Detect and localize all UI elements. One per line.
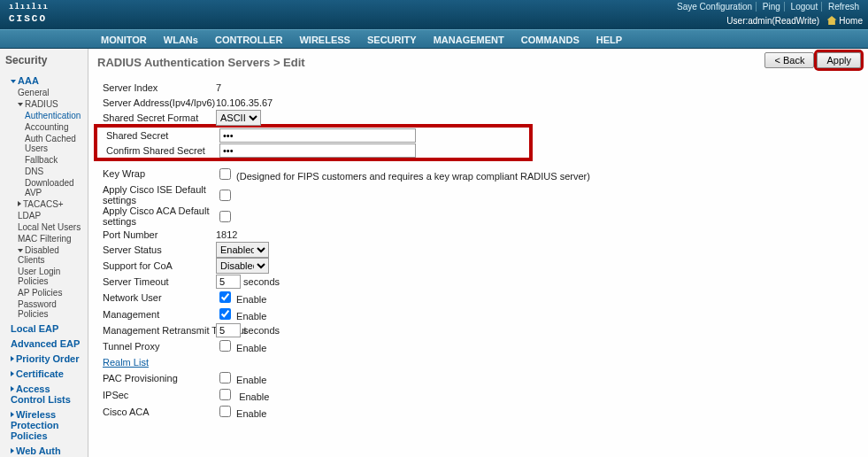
- ipsec-label: IPSec: [97, 390, 216, 400]
- nav-tacacs[interactable]: TACACS+: [2, 198, 86, 210]
- key-wrap-label: Key Wrap: [97, 168, 216, 179]
- coa-label: Support for CoA: [97, 260, 216, 271]
- realm-list-link[interactable]: Realm List: [103, 357, 149, 368]
- shared-secret-highlight: Shared Secret Confirm Shared Secret: [94, 124, 533, 161]
- nav-acl[interactable]: Access Control Lists: [2, 380, 86, 406]
- menu-bar: MONITOR WLANs CONTROLLER WIRELESS SECURI…: [0, 29, 868, 49]
- nav-mac-filtering[interactable]: MAC Filtering: [2, 233, 86, 244]
- management-checkbox[interactable]: [219, 308, 231, 320]
- tunnel-proxy-checkbox[interactable]: [219, 340, 231, 352]
- pac-label: PAC Provisioning: [97, 373, 216, 383]
- confirm-shared-secret-label: Confirm Shared Secret: [101, 145, 219, 156]
- menu-commands[interactable]: COMMANDS: [514, 30, 587, 45]
- management-label: Management: [97, 309, 216, 320]
- nav-local-net-users[interactable]: Local Net Users: [2, 221, 86, 233]
- shared-secret-label: Shared Secret: [101, 130, 219, 141]
- apply-button[interactable]: Apply: [817, 52, 861, 68]
- menu-wlans[interactable]: WLANs: [157, 30, 205, 45]
- pac-enable: Enable: [236, 375, 266, 385]
- server-timeout-unit: seconds: [243, 276, 280, 287]
- nav-aaa[interactable]: AAA: [2, 72, 86, 87]
- logout-link[interactable]: Logout: [787, 2, 823, 12]
- nav-local-eap[interactable]: Local EAP: [2, 320, 86, 335]
- nav-fallback[interactable]: Fallback: [2, 154, 86, 166]
- apply-ise-label: Apply Cisco ISE Default settings: [97, 184, 216, 205]
- apply-aca-label: Apply Cisco ACA Default settings: [97, 205, 216, 227]
- sidebar-title: Security: [2, 52, 86, 72]
- nav-advanced-eap[interactable]: Advanced EAP: [2, 335, 86, 350]
- page-title: RADIUS Authentication Servers > Edit: [97, 52, 859, 80]
- nav-web-auth[interactable]: Web Auth: [2, 442, 86, 457]
- key-wrap-checkbox[interactable]: [219, 168, 231, 180]
- nav-dns[interactable]: DNS: [2, 166, 86, 177]
- tunnel-proxy-enable: Enable: [236, 343, 266, 353]
- server-index-label: Server Index: [97, 82, 216, 93]
- save-config-link[interactable]: Saye Configuration: [673, 2, 757, 12]
- menu-management[interactable]: MANAGEMENT: [426, 30, 511, 45]
- nav-authentication[interactable]: Authentication: [2, 110, 86, 121]
- nav-ap-policies[interactable]: AP Policies: [2, 287, 86, 298]
- shared-secret-format-label: Shared Secret Format: [97, 112, 216, 123]
- menu-monitor[interactable]: MONITOR: [94, 30, 154, 45]
- cisco-logo: ılıılıı CISCO: [0, 0, 58, 25]
- top-links: Saye Configuration Ping Logout Refresh: [673, 2, 863, 12]
- nav-ldap[interactable]: LDAP: [2, 210, 86, 221]
- server-timeout-input[interactable]: [216, 275, 241, 289]
- nav-disabled-clients[interactable]: Disabled Clients: [2, 244, 86, 266]
- menu-help[interactable]: HELP: [589, 30, 629, 45]
- top-bar: ılıılıı CISCO Saye Configuration Ping Lo…: [0, 0, 868, 29]
- menu-controller[interactable]: CONTROLLER: [208, 30, 289, 45]
- nav-wpp[interactable]: Wireless Protection Policies: [2, 406, 86, 442]
- network-user-enable: Enable: [236, 294, 266, 305]
- nav-priority-order[interactable]: Priority Order: [2, 350, 86, 365]
- cisco-aca-checkbox[interactable]: [219, 406, 231, 417]
- apply-ise-checkbox[interactable]: [219, 190, 231, 201]
- nav-downloaded-avp[interactable]: Downloaded AVP: [2, 177, 86, 198]
- apply-aca-checkbox[interactable]: [219, 211, 231, 222]
- shared-secret-input[interactable]: [219, 128, 416, 143]
- shared-secret-format-select[interactable]: ASCII: [216, 110, 261, 126]
- home-link[interactable]: Home: [839, 16, 863, 26]
- back-button[interactable]: < Back: [764, 52, 814, 68]
- refresh-link[interactable]: Refresh: [825, 2, 863, 12]
- user-label: User:admin(ReadWrite): [726, 16, 819, 26]
- ipsec-checkbox[interactable]: [219, 389, 231, 400]
- nav-password-policies[interactable]: Password Policies: [2, 298, 86, 320]
- network-user-label: Network User: [97, 292, 216, 303]
- key-wrap-note: (Designed for FIPS customers and require…: [236, 171, 590, 182]
- ipsec-enable: Enable: [239, 391, 269, 402]
- nav-radius[interactable]: RADIUS: [2, 98, 86, 110]
- ping-link[interactable]: Ping: [759, 2, 785, 12]
- server-address-value: 10.106.35.67: [216, 97, 859, 108]
- network-user-checkbox[interactable]: [219, 291, 231, 303]
- home-icon[interactable]: [827, 16, 837, 25]
- menu-wireless[interactable]: WIRELESS: [292, 30, 357, 45]
- server-index-value: 7: [216, 82, 859, 93]
- nav-auth-cached[interactable]: Auth Cached Users: [2, 133, 86, 154]
- tunnel-proxy-label: Tunnel Proxy: [97, 341, 216, 352]
- nav-user-login[interactable]: User Login Policies: [2, 266, 86, 287]
- cisco-aca-enable: Enable: [236, 408, 266, 419]
- nav-certificate[interactable]: Certificate: [2, 365, 86, 380]
- server-status-label: Server Status: [97, 244, 216, 255]
- server-address-label: Server Address(Ipv4/Ipv6): [97, 97, 216, 108]
- retransmit-input[interactable]: [216, 323, 241, 337]
- server-status-select[interactable]: Enabled: [216, 242, 269, 258]
- server-timeout-label: Server Timeout: [97, 276, 216, 287]
- confirm-shared-secret-input[interactable]: [219, 143, 416, 158]
- cisco-aca-label: Cisco ACA: [97, 407, 216, 417]
- nav-accounting[interactable]: Accounting: [2, 121, 86, 133]
- pac-checkbox[interactable]: [219, 372, 231, 383]
- user-line: User:admin(ReadWrite) Home: [726, 16, 863, 26]
- port-number-label: Port Number: [97, 229, 216, 240]
- menu-security[interactable]: SECURITY: [360, 30, 424, 45]
- management-enable: Enable: [236, 311, 266, 321]
- retransmit-unit: seconds: [243, 325, 280, 336]
- content-area: RADIUS Authentication Servers > Edit < B…: [88, 49, 868, 457]
- nav-general[interactable]: General: [2, 87, 86, 98]
- sidebar: Security AAA General RADIUS Authenticati…: [0, 49, 88, 457]
- port-number-value: 1812: [216, 229, 859, 240]
- coa-select[interactable]: Disabled: [216, 258, 269, 274]
